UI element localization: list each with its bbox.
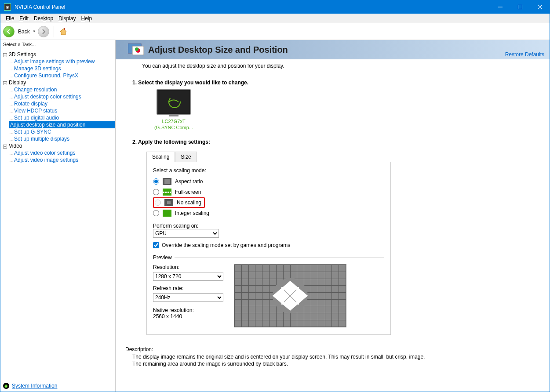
tree-item[interactable]: …Set up G-SYNC — [9, 128, 115, 135]
tree-item[interactable]: …Adjust video color settings — [9, 149, 115, 156]
back-label: Back — [18, 29, 30, 35]
collapse-icon[interactable]: − — [3, 145, 7, 149]
resolution-label: Resolution: — [153, 264, 223, 270]
tree-item[interactable]: …Manage 3D settings — [9, 65, 115, 72]
menu-edit[interactable]: Edit — [17, 15, 31, 22]
collapse-icon[interactable]: − — [3, 81, 7, 85]
override-checkbox-row[interactable]: Override the scaling mode set by games a… — [153, 242, 384, 248]
tree-item[interactable]: …Set up multiple displays — [9, 135, 115, 142]
toolbar: Back ▼ — [0, 23, 550, 40]
radio-integer-input[interactable] — [153, 210, 159, 216]
tree-item[interactable]: …Adjust video image settings — [9, 156, 115, 163]
highlighted-no-scaling: No scaling — [153, 197, 205, 208]
minimize-button[interactable] — [490, 0, 510, 14]
description-block: Description: The display image remains t… — [125, 346, 545, 367]
override-checkbox[interactable] — [153, 242, 159, 248]
menu-file[interactable]: File — [3, 15, 17, 22]
sidebar-footer: ◉ System Information — [0, 380, 115, 392]
refresh-rate-select[interactable]: 240Hz — [153, 293, 223, 302]
svg-point-9 — [169, 96, 180, 108]
tree-item-selected[interactable]: Adjust desktop size and position — [9, 121, 115, 128]
preview-image: document.write(Array(144).fill('<div></d… — [234, 264, 346, 327]
tree-item[interactable]: …Adjust desktop color settings — [9, 93, 115, 100]
step1-heading: 1. Select the display you would like to … — [132, 80, 538, 86]
radio-integer[interactable]: Integer scaling — [153, 208, 384, 218]
tree-item[interactable]: …Adjust image settings with preview — [9, 58, 115, 65]
tabs: Scaling Size — [146, 151, 538, 162]
task-tree: −3D Settings …Adjust image settings with… — [0, 49, 115, 380]
radio-aspect-ratio[interactable]: Aspect ratio — [153, 176, 384, 187]
sidebar-heading: Select a Task... — [0, 40, 115, 49]
main-content: Adjust Desktop Size and Position Restore… — [116, 40, 550, 392]
back-dropdown[interactable]: ▼ — [33, 29, 36, 33]
refresh-rate-label: Refresh rate: — [153, 285, 223, 291]
collapse-icon[interactable]: − — [3, 53, 7, 57]
tab-size[interactable]: Size — [175, 152, 197, 162]
tree-item[interactable]: …Set up digital audio — [9, 114, 115, 121]
no-scaling-icon — [164, 199, 173, 206]
step2-heading: 2. Apply the following settings: — [132, 139, 538, 145]
radio-fullscreen-input[interactable] — [153, 189, 159, 195]
radio-integer-label: Integer scaling — [175, 210, 209, 216]
svg-rect-4 — [64, 28, 65, 30]
fullscreen-icon — [163, 189, 171, 196]
settings-panel: 1. Select the display you would like to … — [125, 73, 545, 338]
page-title: Adjust Desktop Size and Position — [148, 45, 288, 55]
menubar: File Edit Desktop Display Help — [0, 14, 550, 23]
nvidia-icon: ◉ — [4, 4, 11, 11]
scaling-mode-label: Select a scaling mode: — [153, 167, 384, 174]
tree-category-video[interactable]: −Video — [3, 142, 115, 149]
override-label: Override the scaling mode set by games a… — [162, 242, 290, 248]
back-button[interactable] — [3, 26, 15, 37]
aspect-ratio-icon — [163, 178, 171, 185]
close-button[interactable] — [530, 0, 550, 14]
page-banner: Adjust Desktop Size and Position Restore… — [116, 40, 550, 59]
restore-defaults-link[interactable]: Restore Defaults — [505, 51, 544, 58]
radio-aspect-input[interactable] — [153, 178, 159, 185]
integer-scaling-icon — [163, 210, 171, 217]
system-information-link[interactable]: System Information — [12, 383, 57, 389]
toolbar-separator — [54, 26, 54, 37]
tree-item[interactable]: …Rotate display — [9, 100, 115, 107]
banner-monitor-icon — [128, 44, 144, 56]
resolution-select[interactable]: 1280 x 720 — [153, 272, 223, 281]
radio-no-scaling[interactable]: No scaling — [155, 199, 201, 206]
native-resolution: Native resolution: 2560 x 1440 — [153, 307, 223, 319]
window-title: NVIDIA Control Panel — [15, 4, 490, 10]
display-monitor-icon — [157, 89, 191, 115]
home-icon[interactable] — [58, 27, 68, 36]
description-text: The display image remains the original s… — [125, 353, 545, 367]
radio-fullscreen[interactable]: Full-screen — [153, 187, 384, 197]
tree-item[interactable]: …View HDCP status — [9, 107, 115, 114]
tree-category-3d[interactable]: −3D Settings — [3, 51, 115, 58]
tab-body-scaling: Select a scaling mode: Aspect ratio Full… — [146, 162, 391, 335]
perform-scaling-label: Perform scaling on: — [153, 223, 384, 229]
titlebar: ◉ NVIDIA Control Panel — [0, 0, 550, 14]
page-description: You can adjust the desktop size and posi… — [116, 59, 550, 73]
tree-item[interactable]: …Change resolution — [9, 86, 115, 93]
tab-scaling[interactable]: Scaling — [146, 152, 175, 162]
forward-button[interactable] — [38, 26, 49, 37]
svg-rect-1 — [518, 5, 522, 9]
svg-point-8 — [135, 47, 138, 51]
description-label: Description: — [125, 346, 545, 352]
radio-fullscreen-label: Full-screen — [175, 189, 201, 195]
tree-category-display[interactable]: −Display — [3, 79, 115, 86]
radio-noscaling-label: No scaling — [177, 200, 201, 206]
tree-item[interactable]: …Configure Surround, PhysX — [9, 72, 115, 79]
radio-noscaling-input[interactable] — [155, 200, 161, 206]
radio-aspect-label: Aspect ratio — [175, 178, 203, 185]
maximize-button[interactable] — [510, 0, 530, 14]
perform-scaling-select[interactable]: GPU — [153, 229, 219, 238]
menu-help[interactable]: Help — [78, 15, 95, 22]
display-name: LC27G7xT(G-SYNC Comp... — [154, 118, 193, 131]
sidebar: Select a Task... −3D Settings …Adjust im… — [0, 40, 116, 392]
menu-desktop[interactable]: Desktop — [31, 15, 56, 22]
display-item[interactable]: LC27G7xT(G-SYNC Comp... — [154, 89, 193, 131]
sysinfo-icon: ◉ — [3, 383, 9, 389]
preview-heading: Preview — [153, 254, 384, 261]
menu-display[interactable]: Display — [56, 15, 78, 22]
